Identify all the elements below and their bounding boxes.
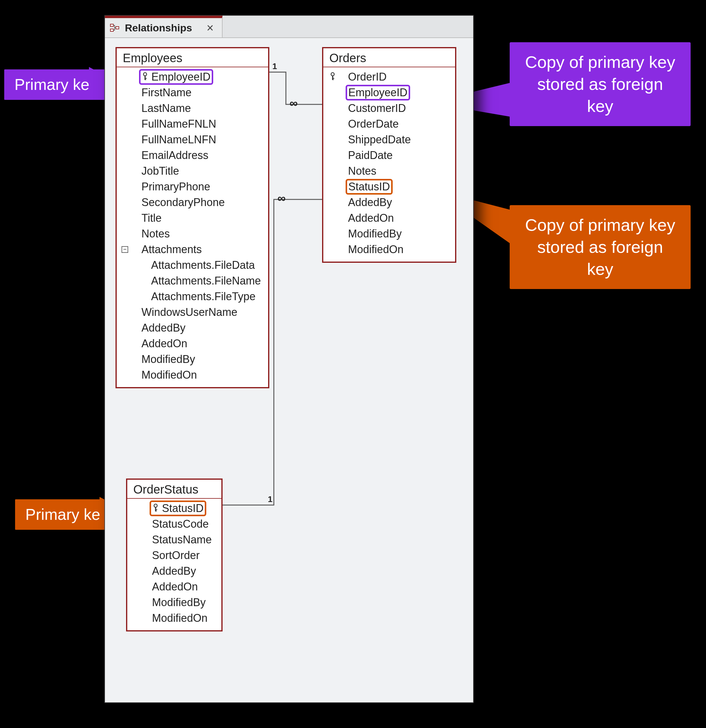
svg-rect-12 — [332, 76, 333, 79]
callout-text: Copy of primary key stored as foreign ke… — [525, 52, 675, 116]
table-field[interactable]: Attachments.FileName — [117, 273, 268, 289]
table-field[interactable]: OrderID — [323, 69, 455, 85]
svg-rect-13 — [332, 78, 334, 79]
table-title: OrderStatus — [127, 480, 221, 499]
callout-foreign-key-employeeid: Copy of primary key stored as foreign ke… — [510, 42, 691, 126]
table-field[interactable]: FullNameLNFN — [117, 132, 268, 147]
field-name: ModifiedOn — [348, 243, 403, 256]
field-name: Title — [141, 212, 161, 224]
field-name: AddedOn — [141, 337, 187, 350]
primary-key-icon — [142, 71, 148, 83]
table-field[interactable]: FullNameFNLN — [117, 116, 268, 132]
table-field[interactable]: StatusID — [323, 179, 455, 195]
table-field[interactable]: LastName — [117, 100, 268, 116]
table-orders[interactable]: Orders OrderIDEmployeeIDCustomerIDOrderD… — [322, 47, 456, 263]
table-field[interactable]: EmployeeID — [323, 85, 455, 100]
table-field[interactable]: ModifiedBy — [127, 595, 221, 610]
field-name: WindowsUserName — [141, 306, 237, 319]
field-name: StatusName — [152, 533, 212, 546]
field-name: Notes — [141, 227, 170, 240]
table-title: Employees — [117, 48, 268, 67]
callout-text: Primary key — [25, 506, 108, 523]
relationships-canvas[interactable]: 1 ∞ 1 ∞ Employees EmployeeIDFirstNameLas… — [105, 38, 473, 702]
field-name: AddedOn — [152, 581, 198, 593]
table-field[interactable]: ModifiedOn — [127, 610, 221, 626]
field-name: ModifiedBy — [348, 227, 402, 240]
table-field[interactable]: Attachments.FileData — [117, 257, 268, 273]
field-name: OrderDate — [348, 118, 399, 130]
primary-key-icon — [152, 502, 159, 514]
svg-rect-9 — [144, 78, 147, 79]
svg-rect-8 — [144, 76, 146, 79]
field-name: Attachments.FileData — [151, 259, 255, 272]
table-field[interactable]: FirstName — [117, 85, 268, 100]
tab-label: Relationships — [125, 22, 192, 34]
table-field[interactable]: ShippedDate — [323, 132, 455, 147]
field-name: FullNameLNFN — [141, 133, 216, 146]
table-field[interactable]: ModifiedBy — [117, 351, 268, 367]
table-orderstatus[interactable]: OrderStatus StatusIDStatusCodeStatusName… — [126, 478, 223, 631]
field-name: ModifiedOn — [141, 369, 197, 381]
table-field[interactable]: Attachments.FileType — [117, 289, 268, 305]
svg-rect-6 — [116, 26, 119, 29]
field-name: Attachments.FileType — [151, 290, 255, 303]
field-name: StatusCode — [152, 518, 209, 530]
field-name: ModifiedOn — [152, 612, 207, 624]
table-field[interactable]: −Attachments — [117, 242, 268, 257]
table-field[interactable]: EmployeeID — [117, 69, 268, 85]
tab-relationships[interactable]: Relationships × — [105, 16, 223, 38]
table-field[interactable]: AddedBy — [117, 320, 268, 336]
table-field[interactable]: AddedOn — [117, 336, 268, 351]
field-name: AddedBy — [141, 322, 186, 334]
field-name: PaidDate — [348, 149, 393, 162]
rel-one-label: 1 — [268, 494, 272, 504]
rel-one-label: 1 — [272, 62, 277, 71]
table-field[interactable]: Notes — [117, 226, 268, 242]
field-name: EmployeeID — [139, 69, 213, 85]
table-fields: OrderIDEmployeeIDCustomerIDOrderDateShip… — [323, 67, 455, 261]
table-field[interactable]: Title — [117, 210, 268, 226]
field-name: LastName — [141, 102, 191, 115]
field-name: AddedBy — [348, 196, 392, 209]
table-field[interactable]: JobTitle — [117, 163, 268, 179]
table-field[interactable]: CustomerID — [323, 100, 455, 116]
svg-rect-18 — [155, 511, 157, 512]
table-field[interactable]: OrderDate — [323, 116, 455, 132]
svg-rect-5 — [110, 29, 113, 31]
field-name: FullNameFNLN — [141, 118, 216, 130]
field-name: StatusID — [150, 501, 206, 516]
close-icon[interactable]: × — [207, 21, 213, 35]
table-field[interactable]: StatusCode — [127, 516, 221, 532]
svg-point-7 — [144, 73, 147, 76]
table-fields: StatusIDStatusCodeStatusNameSortOrderAdd… — [127, 499, 221, 630]
table-field[interactable]: ModifiedOn — [117, 367, 268, 383]
table-field[interactable]: PrimaryPhone — [117, 179, 268, 195]
field-name: CustomerID — [348, 102, 406, 115]
field-name: StatusID — [346, 179, 393, 195]
table-employees[interactable]: Employees EmployeeIDFirstNameLastNameFul… — [115, 47, 269, 388]
rel-many-label: ∞ — [277, 192, 285, 205]
table-field[interactable]: WindowsUserName — [117, 305, 268, 320]
expand-icon[interactable]: − — [121, 246, 128, 253]
table-field[interactable]: StatusName — [127, 532, 221, 547]
callout-text: Primary key — [14, 76, 97, 93]
table-field[interactable]: ModifiedBy — [323, 226, 455, 242]
table-field[interactable]: EmailAddress — [117, 147, 268, 163]
tab-strip: Relationships × — [105, 16, 473, 38]
field-name: AddedBy — [152, 565, 196, 578]
table-field[interactable]: ModifiedOn — [323, 242, 455, 257]
callout-text: Copy of primary key stored as foreign ke… — [525, 215, 675, 279]
relationships-window: Relationships × 1 ∞ 1 ∞ Employees Employ… — [104, 15, 474, 703]
table-field[interactable]: AddedBy — [127, 563, 221, 579]
table-field[interactable]: Notes — [323, 163, 455, 179]
field-name: Notes — [348, 165, 376, 178]
table-field[interactable]: AddedBy — [323, 195, 455, 210]
table-field[interactable]: StatusID — [127, 501, 221, 516]
table-field[interactable]: AddedOn — [127, 579, 221, 595]
table-field[interactable]: SecondaryPhone — [117, 195, 268, 210]
rel-many-label: ∞ — [290, 97, 298, 110]
field-name: ShippedDate — [348, 133, 411, 146]
table-field[interactable]: PaidDate — [323, 147, 455, 163]
table-field[interactable]: AddedOn — [323, 210, 455, 226]
table-field[interactable]: SortOrder — [127, 547, 221, 563]
